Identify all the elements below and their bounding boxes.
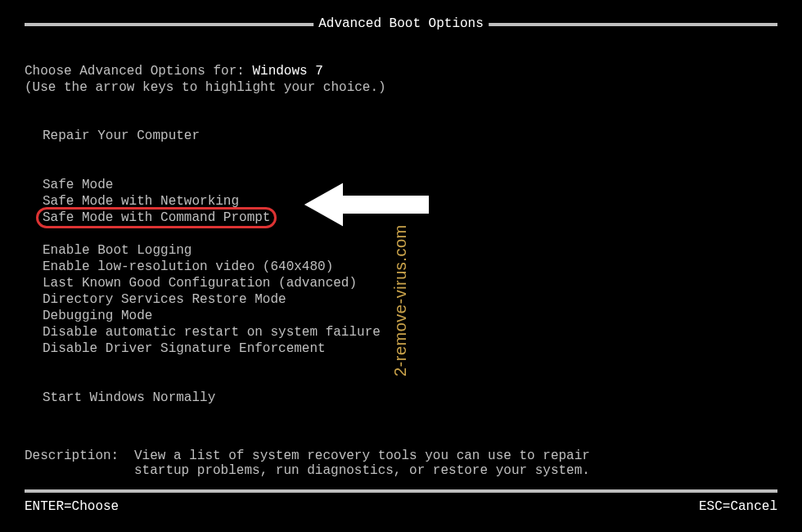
menu-item-disable-driver-sig[interactable]: Disable Driver Signature Enforcement bbox=[43, 340, 326, 357]
footer-esc-hint: ESC=Cancel bbox=[699, 499, 777, 514]
footer-enter-hint: ENTER=Choose bbox=[25, 499, 119, 514]
choose-os-line: Choose Advanced Options for: Windows 7 bbox=[25, 64, 777, 79]
menu-item-safe-mode-cmd-highlighted[interactable]: Safe Mode with Command Prompt bbox=[43, 210, 270, 226]
boot-menu[interactable]: Repair Your Computer Safe Mode Safe Mode… bbox=[43, 128, 777, 406]
description-block: Description: View a list of system recov… bbox=[25, 449, 777, 478]
menu-item-safe-mode-cmd[interactable]: Safe Mode with Command Prompt bbox=[43, 210, 270, 226]
menu-item-boot-logging[interactable]: Enable Boot Logging bbox=[43, 242, 191, 259]
menu-item-start-normally[interactable]: Start Windows Normally bbox=[43, 390, 215, 406]
footer: ENTER=Choose ESC=Cancel bbox=[25, 489, 777, 514]
description-label: Description: bbox=[25, 449, 134, 478]
menu-item-last-known-good[interactable]: Last Known Good Configuration (advanced) bbox=[43, 275, 357, 291]
title-bar: Advanced Boot Options bbox=[25, 23, 777, 26]
choose-os-value: Windows 7 bbox=[252, 64, 322, 79]
page-title: Advanced Boot Options bbox=[313, 16, 489, 31]
menu-item-dsrm[interactable]: Directory Services Restore Mode bbox=[43, 291, 286, 308]
boot-options-screen: Advanced Boot Options Choose Advanced Op… bbox=[0, 0, 802, 532]
arrow-keys-hint: (Use the arrow keys to highlight your ch… bbox=[25, 80, 777, 95]
menu-item-disable-auto-restart[interactable]: Disable automatic restart on system fail… bbox=[43, 324, 381, 340]
description-text: View a list of system recovery tools you… bbox=[134, 449, 777, 478]
body: Choose Advanced Options for: Windows 7 (… bbox=[25, 64, 777, 478]
choose-label: Choose Advanced Options for: bbox=[25, 64, 252, 79]
menu-item-repair[interactable]: Repair Your Computer bbox=[43, 128, 200, 144]
menu-item-debugging[interactable]: Debugging Mode bbox=[43, 308, 152, 324]
menu-item-safe-mode-networking[interactable]: Safe Mode with Networking bbox=[43, 193, 239, 210]
menu-item-safe-mode[interactable]: Safe Mode bbox=[43, 177, 113, 193]
menu-item-low-res-video[interactable]: Enable low-resolution video (640x480) bbox=[43, 259, 333, 275]
footer-divider bbox=[25, 489, 777, 493]
